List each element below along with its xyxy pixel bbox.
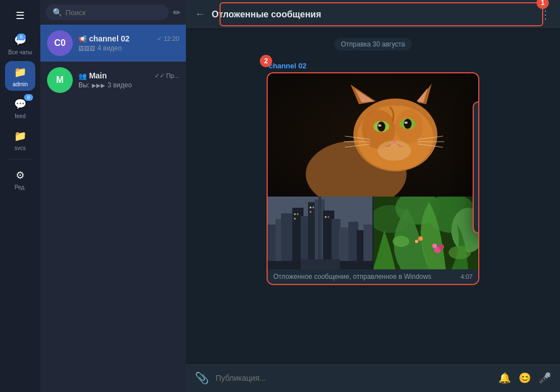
avatar-main: M <box>47 67 73 93</box>
context-menu-item-copy[interactable]: ⎘ Копировать текст <box>474 127 479 147</box>
context-menu-item-edit[interactable]: ✏ Изменить <box>474 106 479 127</box>
avatar-channel02: C0 <box>47 30 73 56</box>
compose-icon[interactable]: ✏ <box>173 7 180 18</box>
svg-rect-40 <box>294 213 296 215</box>
svg-point-58 <box>418 236 423 241</box>
svg-point-60 <box>393 236 409 247</box>
context-menu-item-send-now[interactable]: ▷ Отправить сейчас <box>474 147 479 167</box>
chat-list-panel: 🔍 ✏ C0 📢 channel 02 ✓ 12:20 🖼🖼🖼 4 в <box>40 0 186 392</box>
group-icon: 👥 <box>78 72 87 80</box>
media-bottom-row <box>268 197 478 269</box>
svcs-folder-icon: 📁 <box>12 128 28 144</box>
sidebar-item-label: Все чаты <box>8 49 32 55</box>
svg-rect-45 <box>310 211 311 213</box>
svg-point-14 <box>404 119 412 129</box>
sidebar-item-settings[interactable]: ⚙ Ред. <box>5 164 35 194</box>
context-menu-item-delete[interactable]: 🗑 Удалить <box>474 167 479 188</box>
mic-button[interactable]: 🎤 <box>539 372 551 384</box>
chat-name-main: 👥 Main <box>78 71 107 80</box>
settings-icon: ⚙ <box>12 167 28 183</box>
sidebar-item-all-chats[interactable]: 💬 6 Все чаты <box>5 29 35 59</box>
svg-point-12 <box>378 124 381 127</box>
bell-button[interactable]: 🔔 <box>498 372 511 384</box>
search-bar: 🔍 ✏ <box>40 0 186 25</box>
chat-header: 1 ← Отложенные сообщения ⋮ <box>186 0 560 29</box>
chat-name: 📢 channel 02 <box>78 34 129 43</box>
svg-rect-47 <box>328 216 329 218</box>
svg-point-23 <box>377 141 411 161</box>
sidebar-settings-label: Ред. <box>15 184 26 190</box>
input-right-actions: 🔔 😊 🎤 <box>498 372 551 384</box>
search-input-wrap[interactable]: 🔍 <box>46 4 169 20</box>
sidebar-divider <box>9 159 31 160</box>
search-icon: 🔍 <box>53 8 62 17</box>
admin-folder-icon: 📁 <box>12 64 28 80</box>
message-time: 4:07 <box>461 273 473 280</box>
chats-badge: 6 <box>17 34 26 40</box>
context-menu: 3 ✏ Изменить ⎘ Копировать текст ▷ Отправ… <box>473 101 479 234</box>
sidebar-admin-label: admin <box>12 81 27 87</box>
svg-rect-49 <box>301 259 340 269</box>
chat-preview-main: Вы: ▶▶▶ 3 видео <box>78 81 179 89</box>
svg-point-59 <box>415 240 418 243</box>
svg-point-57 <box>438 244 444 250</box>
back-button[interactable]: ← <box>195 8 205 20</box>
messages-area: Отправка 30 августа 2 channel 02 <box>186 29 560 363</box>
feed-badge: 6 <box>24 94 33 101</box>
input-area: 📎 🔔 😊 🎤 <box>186 363 560 392</box>
sidebar-svcs-label: svcs <box>15 145 26 151</box>
chat-item-channel02[interactable]: C0 📢 channel 02 ✓ 12:20 🖼🖼🖼 4 видео <box>40 25 186 62</box>
context-menu-item-select[interactable]: ✓ Выделить <box>474 188 479 208</box>
message-bubble: 2 channel 02 <box>267 62 479 285</box>
media-grid: Отложенное сообщение, отправленное в Win… <box>267 72 479 285</box>
media-image-city <box>268 197 372 269</box>
caption-text: Отложенное сообщение, отправленное в Win… <box>273 273 431 281</box>
header-more-button[interactable]: ⋮ <box>540 8 551 21</box>
annotation-2: 2 <box>260 55 272 67</box>
message-sender: channel 02 <box>267 62 479 70</box>
header-title: Отложенные сообщения <box>212 10 533 20</box>
main-content: 1 ← Отложенные сообщения ⋮ Отправка 30 а… <box>186 0 560 392</box>
svg-rect-42 <box>294 218 296 220</box>
context-menu-item-change-time[interactable]: 🕐 Изменить время <box>474 208 479 229</box>
menu-icon: ☰ <box>12 8 28 24</box>
chat-preview: 🖼🖼🖼 4 видео <box>78 44 179 52</box>
svg-rect-44 <box>312 207 314 208</box>
svg-point-11 <box>377 122 385 132</box>
search-input[interactable] <box>66 8 162 17</box>
message-caption: Отложенное сообщение, отправленное в Win… <box>268 269 478 284</box>
chat-item-main[interactable]: M 👥 Main ✓✓ Пр... Вы: ▶▶▶ 3 видео <box>40 62 186 99</box>
attach-button[interactable]: 📎 <box>195 371 209 385</box>
emoji-button[interactable]: 😊 <box>519 372 531 384</box>
sidebar-item-admin[interactable]: 📁 admin <box>5 61 35 91</box>
sidebar-item-feed[interactable]: 💬 6 feed <box>5 93 35 123</box>
svg-rect-43 <box>310 207 311 208</box>
sidebar-feed-label: feed <box>15 113 25 119</box>
svg-rect-41 <box>297 213 298 215</box>
svg-point-15 <box>404 122 408 124</box>
svg-rect-33 <box>318 197 321 269</box>
chat-time: ✓ 12:20 <box>157 35 179 43</box>
svg-point-61 <box>449 246 471 259</box>
svg-rect-46 <box>325 216 326 218</box>
message-input[interactable] <box>216 374 492 382</box>
svg-point-56 <box>432 244 437 248</box>
chat-time-main: ✓✓ Пр... <box>155 72 179 80</box>
chat-info-channel02: 📢 channel 02 ✓ 12:20 🖼🖼🖼 4 видео <box>78 34 179 52</box>
message-input-wrap[interactable] <box>216 373 492 383</box>
media-image-cat <box>268 73 478 197</box>
date-separator: Отправка 30 августа <box>334 38 412 50</box>
channel-icon: 📢 <box>78 35 87 43</box>
media-image-nature <box>372 197 478 269</box>
sidebar: ☰ 💬 6 Все чаты 📁 admin 💬 6 feed 📁 svcs ⚙… <box>0 0 40 392</box>
chat-info-main: 👥 Main ✓✓ Пр... Вы: ▶▶▶ 3 видео <box>78 71 179 89</box>
sidebar-item-menu[interactable]: ☰ <box>5 4 35 27</box>
chats-icon: 💬 6 <box>12 32 28 48</box>
sidebar-item-svcs[interactable]: 📁 svcs <box>5 125 35 155</box>
